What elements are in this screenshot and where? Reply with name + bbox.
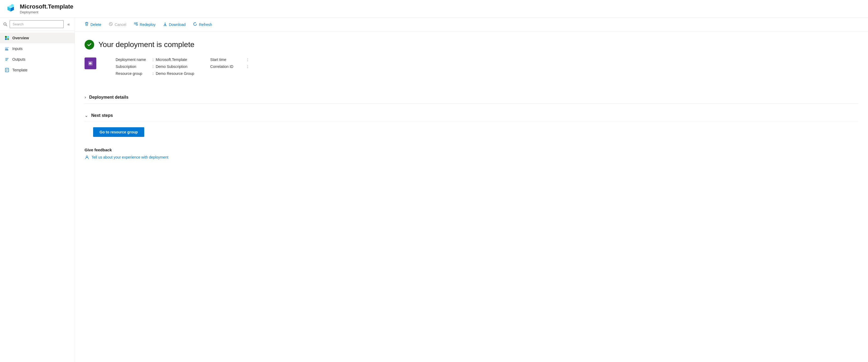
refresh-button[interactable]: Refresh [190, 20, 215, 29]
delete-icon [85, 22, 89, 27]
deployment-name-value: Microsoft.Template [156, 58, 187, 62]
refresh-icon [193, 22, 197, 27]
info-col-left: Deployment name : Microsoft.Template Sub… [116, 58, 194, 76]
resource-icon-box [85, 58, 96, 69]
page-header: Microsoft.Template Deployment [0, 0, 868, 18]
feedback-section: Give feedback Tell us about your experie… [85, 147, 858, 160]
toolbar: Delete Cancel [75, 18, 868, 32]
feedback-title: Give feedback [85, 147, 858, 152]
success-icon [85, 40, 94, 50]
sidebar-item-outputs[interactable]: Outputs [0, 54, 75, 65]
next-steps-section: ⌄ Next steps Go to resource group [85, 109, 858, 139]
next-steps-chevron-icon: ⌄ [85, 113, 88, 118]
subscription-value: Demo Subscription [156, 64, 187, 69]
svg-rect-29 [136, 24, 137, 25]
download-icon [163, 22, 167, 27]
subscription-row: Subscription : Demo Subscription [116, 64, 194, 69]
deployment-info-area: Deployment name : Microsoft.Template Sub… [85, 58, 858, 84]
deployment-name-row: Deployment name : Microsoft.Template [116, 58, 194, 62]
svg-point-35 [86, 156, 88, 158]
app-container: Microsoft.Template Deployment « [0, 0, 868, 362]
correlation-id-label: Correlation ID [210, 64, 245, 69]
deployment-details-header[interactable]: › Deployment details [85, 91, 858, 104]
deployment-name-label: Deployment name [116, 58, 150, 62]
nav-list: Overview Inputs [0, 31, 75, 77]
svg-point-9 [7, 36, 9, 38]
azure-logo-icon [5, 3, 16, 14]
go-to-resource-group-button[interactable]: Go to resource group [93, 127, 144, 137]
feedback-link[interactable]: Tell us about your experience with deplo… [85, 155, 858, 160]
search-bar: « [0, 18, 75, 31]
collapse-sidebar-button[interactable]: « [66, 21, 71, 28]
resource-group-label: Resource group [116, 71, 150, 76]
refresh-label: Refresh [199, 23, 212, 27]
sidebar-item-overview-label: Overview [12, 36, 29, 40]
overview-icon [4, 35, 10, 41]
delete-label: Delete [90, 23, 101, 27]
start-time-row: Start time : [210, 58, 250, 62]
cancel-label: Cancel [115, 23, 126, 27]
svg-line-27 [110, 23, 112, 25]
search-icon [3, 22, 7, 27]
redeploy-button[interactable]: Redeploy [131, 20, 159, 29]
info-col-right: Start time : Correlation ID : [210, 58, 250, 76]
sidebar-item-inputs[interactable]: Inputs [0, 43, 75, 54]
page-content: Your deployment is complete [75, 32, 868, 362]
svg-rect-13 [5, 48, 8, 49]
sidebar-item-outputs-label: Outputs [12, 57, 25, 62]
redeploy-icon [134, 22, 138, 27]
delete-button[interactable]: Delete [81, 20, 104, 29]
cancel-button[interactable]: Cancel [105, 20, 129, 29]
redeploy-label: Redeploy [140, 23, 155, 27]
search-input[interactable] [10, 20, 64, 28]
svg-rect-12 [5, 47, 9, 48]
svg-rect-23 [85, 23, 88, 23]
deployment-info: Deployment name : Microsoft.Template Sub… [102, 58, 250, 76]
sidebar: « Overview [0, 18, 75, 362]
download-button[interactable]: Download [160, 20, 189, 29]
sidebar-item-overview[interactable]: Overview [0, 33, 75, 43]
svg-point-8 [5, 36, 7, 38]
deployment-header: Your deployment is complete [85, 40, 858, 50]
start-time-label: Start time [210, 58, 245, 62]
sidebar-item-template[interactable]: Template [0, 65, 75, 75]
deployment-details-chevron-icon: › [85, 95, 86, 100]
svg-rect-22 [86, 22, 88, 23]
deployment-complete-title: Your deployment is complete [98, 40, 194, 49]
subscription-label: Subscription [116, 64, 150, 69]
download-label: Download [169, 23, 185, 27]
template-icon [4, 67, 10, 73]
main-layout: « Overview [0, 18, 868, 362]
svg-point-6 [4, 23, 6, 25]
page-subtitle: Deployment [20, 10, 73, 14]
deployment-details-title: Deployment details [89, 95, 128, 100]
feedback-icon [85, 155, 89, 160]
outputs-icon [4, 57, 10, 62]
sidebar-item-template-label: Template [12, 68, 28, 72]
sidebar-item-inputs-label: Inputs [12, 46, 23, 51]
next-steps-header[interactable]: ⌄ Next steps [85, 109, 858, 122]
svg-rect-28 [134, 23, 136, 24]
svg-line-7 [6, 25, 7, 26]
deployment-details-section: › Deployment details [85, 91, 858, 104]
next-steps-content: Go to resource group [85, 122, 858, 139]
inputs-icon [4, 46, 10, 51]
feedback-link-text: Tell us about your experience with deplo… [92, 155, 168, 159]
svg-point-10 [5, 38, 7, 40]
next-steps-title: Next steps [91, 113, 113, 118]
header-title-group: Microsoft.Template Deployment [20, 3, 73, 14]
resource-group-value: Demo Resource Group [156, 71, 194, 76]
resource-group-row: Resource group : Demo Resource Group [116, 71, 194, 76]
cancel-icon [108, 22, 113, 27]
svg-point-11 [7, 38, 9, 40]
page-title: Microsoft.Template [20, 3, 73, 10]
correlation-id-row: Correlation ID : [210, 64, 250, 69]
content-area: Delete Cancel [75, 18, 868, 362]
svg-rect-14 [5, 50, 8, 50]
